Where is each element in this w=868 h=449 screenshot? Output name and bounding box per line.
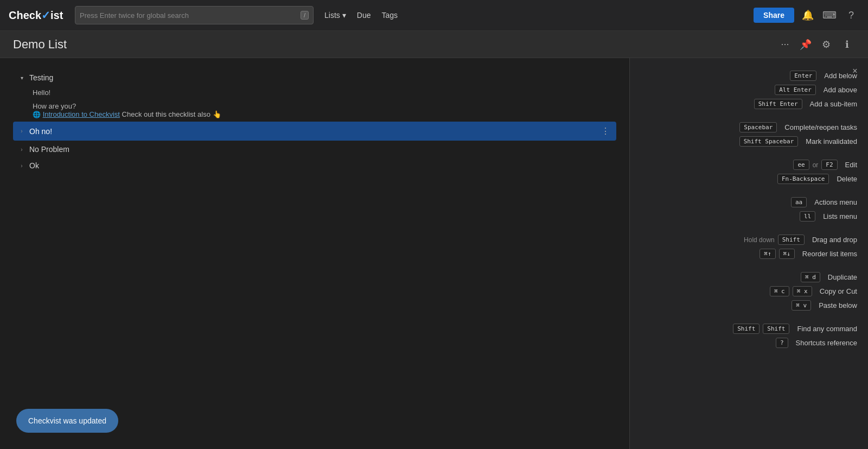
shortcut-action: Delete [837,175,857,183]
pin-button[interactable]: 📌 [797,36,814,53]
settings-button[interactable]: ⚙ [818,36,834,53]
tree-actions: ⋮ [599,125,612,137]
chevron-right-icon: › [17,127,26,136]
shortcuts-panel: × Enter Add below Alt Enter Add above Sh… [629,58,868,449]
kbd-cmd-down: ⌘↓ [779,249,795,259]
kbd-enter: Enter [790,71,816,81]
search-bar[interactable]: / [75,6,314,24]
tree-label: Testing [29,73,612,82]
suffix-text: Check out this checklist also 👆 [122,110,221,118]
child-item-hello[interactable]: Hello! [28,86,616,99]
list-area: ▾ Testing Hello! How are you? 🌐 Introduc… [0,58,629,449]
subheader-actions: ··· 📌 ⚙ ℹ [777,36,855,53]
kbd-shift-spacebar: Shift Spacebar [739,136,799,147]
shortcut-action: Mark invalidated [806,137,857,146]
tree-row-noproblem[interactable]: › No Problem [13,142,616,157]
kbd-ll: ll [800,211,815,222]
kbd-question: ? [776,338,788,348]
shortcut-action: Copy or Cut [820,287,857,295]
tree-children: Hello! How are you? 🌐 Introduction to Ch… [28,86,616,121]
chevron-down-icon: ▾ [342,11,346,20]
shortcut-row: ll Lists menu [641,211,857,222]
kbd-cmd-v: ⌘ v [792,300,811,311]
info-button[interactable]: ℹ [839,36,855,53]
shortcut-row: Shift Spacebar Mark invalidated [641,136,857,147]
more-icon[interactable]: ⋮ [599,125,612,137]
nav-right: Share 🔔 ⌨ ? [754,7,859,23]
kbd-ee: ee [793,160,809,170]
kbd-shift-2: Shift [763,324,789,334]
kbd-aa: aa [791,197,807,207]
tree-row-testing[interactable]: ▾ Testing [13,70,616,85]
info-icon: ℹ [845,39,849,50]
shortcut-or: or [813,161,819,169]
notifications-button[interactable]: 🔔 [800,7,816,23]
more-options-button[interactable]: ··· [777,36,793,53]
tree-label: Ok [29,161,612,170]
keyboard-button[interactable]: ⌨ [821,7,838,23]
help-button[interactable]: ? [843,7,859,23]
kbd-shift-1: Shift [733,324,760,334]
kbd-cmd-c: ⌘ c [770,286,789,296]
page-title: Demo List [13,37,67,52]
main-area: ▾ Testing Hello! How are you? 🌐 Introduc… [0,58,868,449]
tree-row-ohno[interactable]: › Oh no! ⋮ [13,122,616,141]
intro-link[interactable]: Introduction to Checkvist [43,110,120,118]
kbd-shift: Shift [778,235,805,245]
chevron-right-icon: › [17,145,26,154]
shortcut-row: ⌘ v Paste below [641,300,857,311]
shortcut-row: ? Shortcuts reference [641,338,857,348]
chevron-down-icon: ▾ [17,73,26,82]
kbd-cmd-up: ⌘↑ [760,249,775,259]
tree-label: No Problem [29,145,612,154]
shortcut-action: Duplicate [828,273,857,281]
shortcut-row: Enter Add below [641,71,857,81]
nav-links: Lists ▾ Due Tags [324,11,398,20]
search-input[interactable] [80,11,296,20]
shortcut-row: Hold down Shift Drag and drop [641,235,857,245]
ellipsis-icon: ··· [781,39,789,50]
tags-nav-link[interactable]: Tags [381,11,398,20]
kbd-cmd-x: ⌘ x [793,286,812,296]
list-item: › Oh no! ⋮ [13,122,616,141]
shortcut-action: Shortcuts reference [796,339,857,347]
shortcut-action: Drag and drop [812,236,857,244]
globe-icon: 🌐 [33,111,41,118]
share-button[interactable]: Share [754,8,794,23]
kbd-f2: F2 [821,160,837,170]
shortcut-action: Add above [824,86,857,94]
subheader: Demo List ··· 📌 ⚙ ℹ [0,31,868,58]
list-item: › No Problem [13,142,616,157]
shortcut-action: Add a sub-item [810,100,857,108]
kbd-alt-enter: Alt Enter [775,85,816,95]
close-shortcuts-button[interactable]: × [848,65,861,78]
slash-badge: / [301,11,309,20]
kbd-cmd-d: ⌘ d [801,272,820,282]
shortcut-row: aa Actions menu [641,197,857,207]
kbd-fn-backspace: Fn-Backspace [777,174,829,184]
tree-label: Oh no! [29,127,596,136]
shortcut-action: Lists menu [823,212,857,220]
shortcut-row: Alt Enter Add above [641,85,857,95]
chevron-right-icon: › [17,161,26,170]
pin-icon: 📌 [800,39,812,50]
child-item-howareyou[interactable]: How are you? 🌐 Introduction to Checkvist… [28,100,616,121]
bell-icon: 🔔 [802,9,814,21]
gear-icon: ⚙ [822,39,831,50]
shortcut-row: Shift Enter Add a sub-item [641,99,857,109]
shortcut-row: Fn-Backspace Delete [641,174,857,184]
toast-notification: Checkvist was updated [16,409,118,433]
shortcut-row: ee or F2 Edit [641,160,857,170]
list-item: › Ok [13,158,616,173]
shortcut-action: Find any command [797,325,857,333]
lists-nav-link[interactable]: Lists ▾ [324,11,346,20]
due-nav-link[interactable]: Due [357,11,371,20]
shortcut-row: ⌘ c ⌘ x Copy or Cut [641,286,857,296]
shortcut-action: Reorder list items [802,250,857,258]
shortcut-action: Edit [845,161,857,169]
tree-row-ok[interactable]: › Ok [13,158,616,173]
help-icon: ? [848,10,854,21]
hold-down-label: Hold down [744,236,775,244]
shortcut-row: Spacebar Complete/reopen tasks [641,122,857,132]
shortcut-row: Shift Shift Find any command [641,324,857,334]
